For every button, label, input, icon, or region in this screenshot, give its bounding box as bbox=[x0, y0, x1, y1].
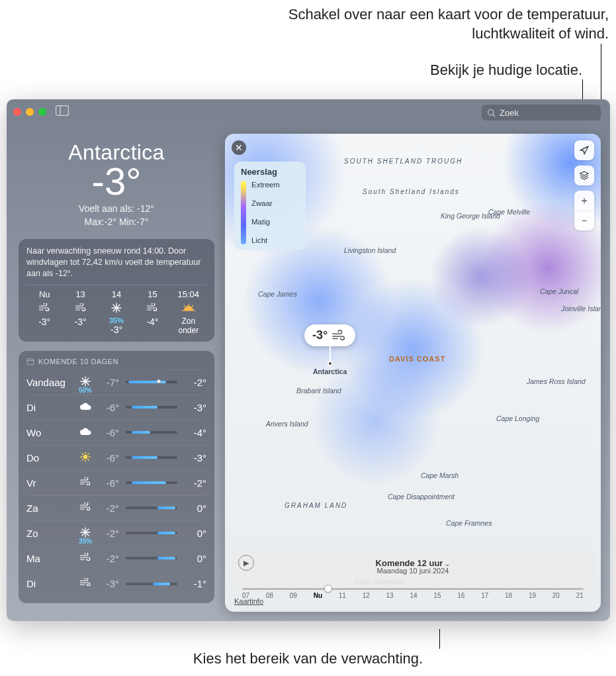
temp-range-bar bbox=[126, 456, 177, 459]
legend-level: Zwaar bbox=[251, 199, 280, 207]
day-high: 0° bbox=[184, 528, 206, 539]
temp-range-bar bbox=[126, 481, 177, 484]
callout-forecast-range-text: Kies het bereik van de verwachting. bbox=[193, 650, 423, 667]
map-place-label: Cape Framnes bbox=[446, 519, 492, 527]
pin-label: Antarctica bbox=[304, 367, 355, 375]
chevron-updown-icon: ⌄ bbox=[445, 560, 450, 567]
svg-point-2 bbox=[488, 109, 494, 115]
hi-lo: Max:-2° Min:-7° bbox=[19, 217, 214, 227]
map-place-label: Anvers Island bbox=[266, 420, 308, 428]
ten-day-forecast-card[interactable]: KOMENDE 10 DAGEN Vandaag50%-7°-2°Di-6°-3… bbox=[19, 351, 214, 603]
hour-column[interactable]: 1435%-3° bbox=[99, 289, 134, 335]
ten-day-header-label: KOMENDE 10 DAGEN bbox=[38, 358, 118, 365]
map-place-label: Cape Melville bbox=[488, 208, 530, 216]
forecast-sidebar: Antarctica -3° Voelt aan als: -12° Max:-… bbox=[19, 140, 214, 603]
day-row[interactable]: Do-6°-3° bbox=[26, 446, 206, 471]
wind-icon bbox=[74, 477, 97, 489]
callout-line bbox=[439, 629, 440, 649]
day-row[interactable]: Ma-2°0° bbox=[26, 546, 206, 571]
hour-column[interactable]: 13-3° bbox=[62, 289, 98, 335]
map-place-label: Livingston Island bbox=[344, 246, 396, 254]
day-row[interactable]: Vandaag50%-7°-2° bbox=[26, 370, 206, 395]
callout-current-location: Bekijk je hudige locatie. bbox=[371, 61, 582, 80]
map-place-label: James Ross Island bbox=[527, 377, 586, 385]
map-close-button[interactable]: ✕ bbox=[232, 140, 246, 155]
day-high: -2° bbox=[184, 377, 206, 388]
timeline-track[interactable]: 070809Nu1112131415161718192021 bbox=[242, 585, 584, 596]
day-high: 0° bbox=[184, 503, 206, 514]
search-field[interactable]: Zoek bbox=[482, 105, 601, 121]
toggle-sidebar-button[interactable] bbox=[56, 105, 69, 119]
search-icon bbox=[487, 109, 496, 117]
map-info-link[interactable]: Kaartinfo bbox=[234, 597, 263, 605]
day-low: -2° bbox=[97, 528, 119, 539]
svg-line-10 bbox=[184, 305, 185, 307]
map-place-label: Brabant Island bbox=[296, 387, 341, 395]
zoom-out-button[interactable]: － bbox=[574, 211, 594, 230]
map-place-label: GRAHAM LAND bbox=[285, 502, 347, 509]
callout-map-layers: Schakel over naar een kaart voor de temp… bbox=[265, 5, 609, 43]
day-high: 0° bbox=[184, 553, 206, 564]
day-row[interactable]: Vr-6°-2° bbox=[26, 471, 206, 496]
map-place-label: South Shetland Islands bbox=[363, 188, 460, 195]
snow-icon bbox=[99, 302, 134, 314]
precip-percent: 50% bbox=[74, 387, 97, 394]
svg-line-25 bbox=[88, 454, 89, 454]
temp-range-bar bbox=[126, 532, 177, 534]
day-high: -3° bbox=[184, 402, 206, 413]
hour-column[interactable]: 15:04Zon onder bbox=[171, 289, 206, 335]
temp-range-bar bbox=[126, 431, 177, 434]
zoom-window-button[interactable] bbox=[38, 108, 46, 116]
precipitation-map[interactable]: ✕ Neerslag ExtreemZwaarMatigLicht bbox=[225, 134, 601, 612]
calendar-icon bbox=[26, 358, 34, 365]
map-place-label: Cape James bbox=[258, 290, 297, 298]
zoom-in-button[interactable]: ＋ bbox=[574, 191, 594, 211]
map-legend: Neerslag ExtreemZwaarMatigLicht bbox=[234, 162, 306, 250]
hourly-forecast-card[interactable]: Naar verwachting sneeuw rond 14:00. Door… bbox=[19, 239, 214, 342]
callout-map-layers-text: Schakel over naar een kaart voor de temp… bbox=[288, 6, 609, 42]
day-high: -2° bbox=[184, 477, 206, 489]
hour-label: 14 bbox=[99, 289, 134, 299]
svg-rect-12 bbox=[27, 359, 34, 365]
close-window-button[interactable] bbox=[13, 108, 21, 116]
hour-label: 13 bbox=[62, 289, 98, 299]
location-pin[interactable]: -3° Antarctica bbox=[304, 324, 355, 375]
day-row[interactable]: Wo-6°-4° bbox=[26, 420, 206, 446]
day-row[interactable]: Di-6°-3° bbox=[26, 395, 206, 420]
hour-label: 15 bbox=[134, 289, 170, 299]
day-name: Di bbox=[26, 578, 74, 589]
day-name: Vandaag bbox=[26, 377, 74, 388]
day-low: -6° bbox=[97, 477, 119, 489]
timeline-hour-tick: 16 bbox=[457, 592, 464, 599]
current-temp: -3° bbox=[19, 162, 214, 201]
map-legend-title: Neerslag bbox=[241, 167, 299, 177]
minimize-window-button[interactable] bbox=[26, 108, 34, 116]
cloud-icon bbox=[74, 427, 97, 438]
map-place-label: Cape Longing bbox=[496, 414, 539, 422]
svg-line-24 bbox=[88, 459, 89, 459]
temp-range-bar bbox=[126, 381, 177, 383]
day-row[interactable]: Di-3°-1° bbox=[26, 571, 206, 597]
forecast-timeline[interactable]: ▶ Komende 12 uur⌄ Maandag 10 juni 2024 0… bbox=[232, 551, 594, 592]
svg-line-26 bbox=[82, 459, 83, 459]
timeline-hour-tick: 17 bbox=[481, 592, 488, 599]
hour-temp: -4° bbox=[134, 316, 170, 327]
timeline-hour-tick: 11 bbox=[339, 592, 346, 599]
legend-gradient bbox=[241, 181, 246, 244]
hour-column[interactable]: Nu-3° bbox=[26, 289, 62, 335]
timeline-hour-tick: 14 bbox=[410, 592, 417, 599]
ten-day-header: KOMENDE 10 DAGEN bbox=[26, 358, 206, 370]
current-location-button[interactable] bbox=[574, 140, 594, 160]
feels-like: Voelt aan als: -12° bbox=[19, 203, 214, 214]
timeline-hour-tick: 21 bbox=[576, 592, 584, 599]
cloud-icon bbox=[74, 402, 97, 413]
hour-column[interactable]: 15-4° bbox=[134, 289, 170, 335]
day-low: -7° bbox=[97, 377, 119, 388]
precip-percent: 35% bbox=[74, 538, 97, 545]
day-row[interactable]: Za-2°0° bbox=[26, 496, 206, 521]
timeline-hour-tick: 19 bbox=[529, 592, 536, 599]
hour-label: 15:04 bbox=[171, 289, 206, 299]
day-row[interactable]: Zo35%-2°0° bbox=[26, 521, 206, 546]
map-layers-button[interactable] bbox=[574, 166, 594, 185]
svg-line-11 bbox=[192, 305, 193, 307]
